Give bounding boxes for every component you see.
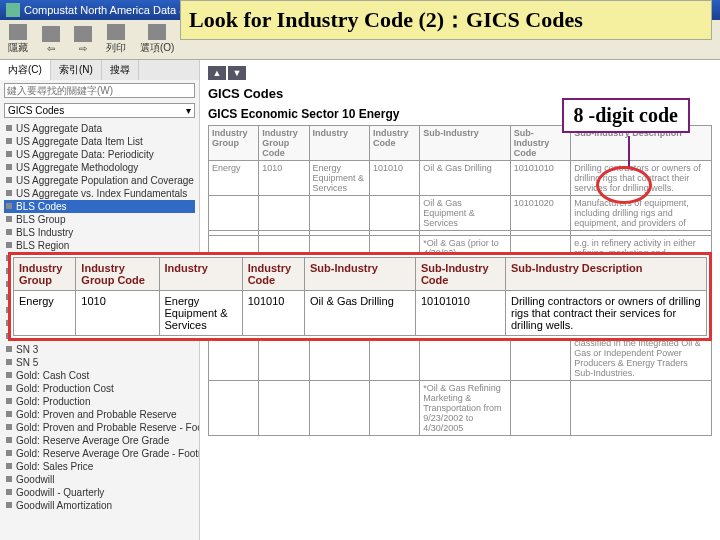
toolbar-hide-button[interactable]: 隱藏 xyxy=(8,24,28,55)
table-cell xyxy=(259,196,309,231)
table-header: Sub-Industry xyxy=(420,126,511,161)
tab-index[interactable]: 索引(N) xyxy=(51,60,102,80)
table-header: Industry Group xyxy=(14,258,76,291)
tree-item[interactable]: US Aggregate Data xyxy=(4,122,195,135)
table-cell: Oil & Gas Drilling xyxy=(305,291,416,336)
table-cell: Drilling contractors or owners of drilli… xyxy=(571,161,712,196)
table-cell: Oil & Gas Equipment & Services xyxy=(420,196,511,231)
tree-item[interactable]: Goodwill xyxy=(4,473,195,486)
tree-item[interactable]: BLS Codes xyxy=(4,200,195,213)
table-header: Industry Code xyxy=(242,258,304,291)
chevron-down-icon: ▾ xyxy=(186,105,191,116)
tree-item[interactable]: US Aggregate Methodology xyxy=(4,161,195,174)
tree-item[interactable]: BLS Industry xyxy=(4,226,195,239)
table-cell: Oil & Gas Drilling xyxy=(420,161,511,196)
tree-item[interactable]: Goodwill - Quarterly xyxy=(4,486,195,499)
table-header: Sub-Industry Description xyxy=(505,258,706,291)
toolbar-options-button[interactable]: 選項(O) xyxy=(140,24,174,55)
table-cell xyxy=(369,196,419,231)
table-header: Industry Group xyxy=(209,126,259,161)
table-cell xyxy=(209,381,259,436)
toolbar-print-button[interactable]: 列印 xyxy=(106,24,126,55)
enlarged-row-overlay: Industry GroupIndustry Group CodeIndustr… xyxy=(8,252,712,341)
sidebar-tabs: 內容(C) 索引(N) 搜尋 xyxy=(0,60,199,80)
table-cell: 101010 xyxy=(242,291,304,336)
tree-item[interactable]: Gold: Reserve Average Ore Grade xyxy=(4,434,195,447)
table-cell: 10101010 xyxy=(415,291,505,336)
callout-connector xyxy=(628,136,630,168)
instruction-banner: Look for Industry Code (2)：GICS Codes xyxy=(180,0,712,40)
table-header: Industry Group Code xyxy=(76,258,159,291)
table-cell xyxy=(209,196,259,231)
tab-contents[interactable]: 內容(C) xyxy=(0,60,51,80)
nav-next-button[interactable]: ▼ xyxy=(228,66,246,80)
table-cell xyxy=(309,381,369,436)
toolbar-back-button[interactable]: ⇦ xyxy=(42,26,60,54)
table-cell: Energy xyxy=(209,161,259,196)
table-cell xyxy=(309,196,369,231)
tree-item[interactable]: Gold: Reserve Average Ore Grade - Footno… xyxy=(4,447,195,460)
table-header: Industry Group Code xyxy=(259,126,309,161)
tree-item[interactable]: BLS Group xyxy=(4,213,195,226)
tree-item[interactable]: Gold: Proven and Probable Reserve - Foot… xyxy=(4,421,195,434)
table-cell: 10101010 xyxy=(510,161,570,196)
app-icon xyxy=(6,3,20,17)
table-cell: Energy Equipment & Services xyxy=(159,291,242,336)
tree-item[interactable]: US Aggregate vs. Index Fundamentals xyxy=(4,187,195,200)
callout-label: 8 -digit code xyxy=(562,98,690,133)
tree-item[interactable]: Gold: Sales Price xyxy=(4,460,195,473)
table-cell xyxy=(571,381,712,436)
table-cell xyxy=(259,381,309,436)
tree-item[interactable]: US Aggregate Data Item List xyxy=(4,135,195,148)
search-input[interactable] xyxy=(4,83,195,98)
table-header: Sub-Industry xyxy=(305,258,416,291)
table-cell: *Oil & Gas Refining Marketing & Transpor… xyxy=(420,381,511,436)
table-cell: Energy Equipment & Services xyxy=(309,161,369,196)
tree-item[interactable]: SN 3 xyxy=(4,343,195,356)
table-cell xyxy=(510,381,570,436)
tree-item[interactable]: Goodwill Amortization xyxy=(4,499,195,512)
tree-item[interactable]: Gold: Cash Cost xyxy=(4,369,195,382)
table-cell: Drilling contractors or owners of drilli… xyxy=(505,291,706,336)
tree-item[interactable]: SN 5 xyxy=(4,356,195,369)
tree-item[interactable]: Gold: Proven and Probable Reserve xyxy=(4,408,195,421)
table-cell: 1010 xyxy=(259,161,309,196)
toolbar-forward-button[interactable]: ⇨ xyxy=(74,26,92,54)
table-cell: Manufacturers of equipment, including dr… xyxy=(571,196,712,231)
table-header: Industry Code xyxy=(369,126,419,161)
topic-dropdown[interactable]: GICS Codes ▾ xyxy=(4,103,195,118)
tree-item[interactable]: BLS Region xyxy=(4,239,195,252)
table-cell xyxy=(369,381,419,436)
table-header: Industry xyxy=(159,258,242,291)
nav-prev-button[interactable]: ▲ xyxy=(208,66,226,80)
tree-item[interactable]: Gold: Production xyxy=(4,395,195,408)
tab-search[interactable]: 搜尋 xyxy=(102,60,139,80)
tree-item[interactable]: US Aggregate Data: Periodicity xyxy=(4,148,195,161)
gics-table-enlarged: Industry GroupIndustry Group CodeIndustr… xyxy=(13,257,707,336)
table-cell: 101010 xyxy=(369,161,419,196)
table-cell: Energy xyxy=(14,291,76,336)
table-cell: 1010 xyxy=(76,291,159,336)
table-header: Industry xyxy=(309,126,369,161)
tree-item[interactable]: Gold: Production Cost xyxy=(4,382,195,395)
table-header: Sub-Industry Code xyxy=(415,258,505,291)
tree-item[interactable]: US Aggregate Population and Coverage xyxy=(4,174,195,187)
table-cell: 10101020 xyxy=(510,196,570,231)
